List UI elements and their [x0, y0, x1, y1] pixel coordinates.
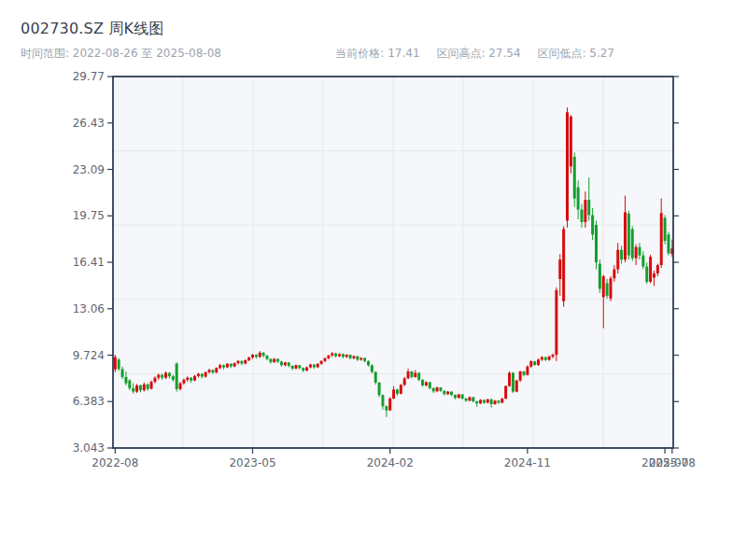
- candle-body: [421, 380, 424, 385]
- candle-body: [240, 361, 243, 364]
- candle-body: [262, 353, 265, 356]
- candle-body: [218, 365, 221, 368]
- candle-body: [132, 388, 134, 392]
- candle-body: [331, 354, 333, 356]
- candle-body: [327, 356, 330, 358]
- candle-body: [494, 400, 497, 404]
- candle-body: [147, 385, 149, 389]
- y-tick-label: 6.383: [73, 395, 105, 408]
- candle-body: [273, 359, 275, 362]
- candle-body: [465, 399, 468, 400]
- candle-body: [291, 366, 294, 369]
- candle-body: [302, 368, 304, 371]
- candle-body: [121, 369, 124, 376]
- x-tick-label: 2023-05: [229, 456, 275, 469]
- candle-body: [230, 364, 233, 367]
- y-tick-label: 23.09: [73, 163, 105, 176]
- candle-body: [211, 370, 214, 372]
- candle-body: [667, 234, 669, 253]
- candlestick-chart: 29.7726.4323.0919.7516.4113.069.7246.383…: [0, 0, 747, 560]
- candle-body: [226, 364, 229, 368]
- candle-body: [313, 365, 316, 368]
- candle-body: [396, 389, 399, 393]
- candle-body: [606, 283, 609, 295]
- candle-body: [595, 225, 598, 262]
- candle-body: [544, 357, 547, 360]
- candle-body: [446, 392, 449, 395]
- candle-body: [450, 392, 453, 396]
- candle-body: [468, 398, 471, 401]
- candle-body: [519, 371, 522, 381]
- candle-body: [371, 365, 374, 371]
- candle-body: [645, 267, 648, 282]
- candle-body: [541, 357, 543, 360]
- candle-body: [266, 356, 269, 358]
- candle-body: [566, 112, 569, 220]
- candle-body: [118, 359, 120, 369]
- candle-body: [323, 358, 326, 361]
- candle-body: [526, 367, 529, 375]
- candle-body: [439, 387, 442, 391]
- candle-body: [548, 357, 551, 360]
- candle-body: [486, 399, 489, 403]
- candle-body: [624, 212, 627, 259]
- candle-body: [504, 386, 507, 399]
- candle-body: [591, 215, 594, 234]
- candle-body: [284, 362, 287, 365]
- candle-body: [381, 395, 384, 406]
- y-tick-label: 9.724: [73, 349, 105, 362]
- candle-body: [320, 361, 323, 364]
- candle-body: [443, 391, 445, 394]
- y-tick-label: 19.75: [73, 209, 105, 222]
- candle-body: [581, 210, 584, 222]
- candle-body: [259, 353, 261, 357]
- candle-body: [529, 361, 532, 367]
- candle-body: [620, 250, 623, 259]
- candle-body: [385, 406, 388, 410]
- candle-body: [153, 378, 156, 382]
- candle-body: [602, 276, 605, 297]
- candle-body: [656, 265, 659, 273]
- candle-body: [635, 247, 638, 259]
- y-tick-label: 3.043: [73, 441, 105, 455]
- candle-body: [222, 365, 225, 367]
- candle-body: [407, 371, 410, 378]
- candle-body: [157, 375, 160, 378]
- candle-body: [247, 357, 250, 360]
- candle-body: [338, 354, 341, 356]
- candle-body: [410, 371, 413, 377]
- candle-body: [294, 365, 297, 369]
- candle-body: [653, 273, 655, 277]
- candle-body: [317, 364, 319, 368]
- candle-body: [161, 375, 163, 378]
- candle-body: [309, 365, 312, 368]
- candle-body: [631, 229, 634, 258]
- candle-body: [552, 355, 555, 357]
- candle-body: [269, 359, 272, 362]
- candle-body: [613, 270, 615, 279]
- candle-body: [555, 290, 557, 355]
- candle-body: [425, 382, 428, 385]
- candle-body: [429, 382, 431, 387]
- candle-body: [359, 358, 362, 360]
- candle-body: [609, 278, 612, 299]
- candle-body: [298, 365, 301, 368]
- y-tick-label: 16.41: [73, 256, 105, 269]
- candle-body: [490, 399, 493, 404]
- candle-body: [349, 355, 352, 358]
- y-tick-label: 13.06: [73, 302, 105, 315]
- kline-chart-figure: 002730.SZ 周K线图 时间范围: 2022-08-26 至 2025-0…: [0, 0, 747, 560]
- candle-body: [334, 354, 337, 357]
- candle-body: [182, 380, 185, 384]
- candle-body: [143, 385, 146, 390]
- candle-body: [139, 385, 142, 390]
- candle-body: [599, 264, 601, 289]
- candle-body: [190, 378, 192, 381]
- candle-body: [204, 372, 207, 377]
- candle-body: [584, 200, 586, 222]
- candle-body: [233, 363, 236, 366]
- x-tick-label: 2024-11: [504, 456, 551, 469]
- candle-body: [515, 381, 518, 392]
- y-tick-label: 26.43: [73, 117, 105, 130]
- candle-body: [367, 361, 370, 365]
